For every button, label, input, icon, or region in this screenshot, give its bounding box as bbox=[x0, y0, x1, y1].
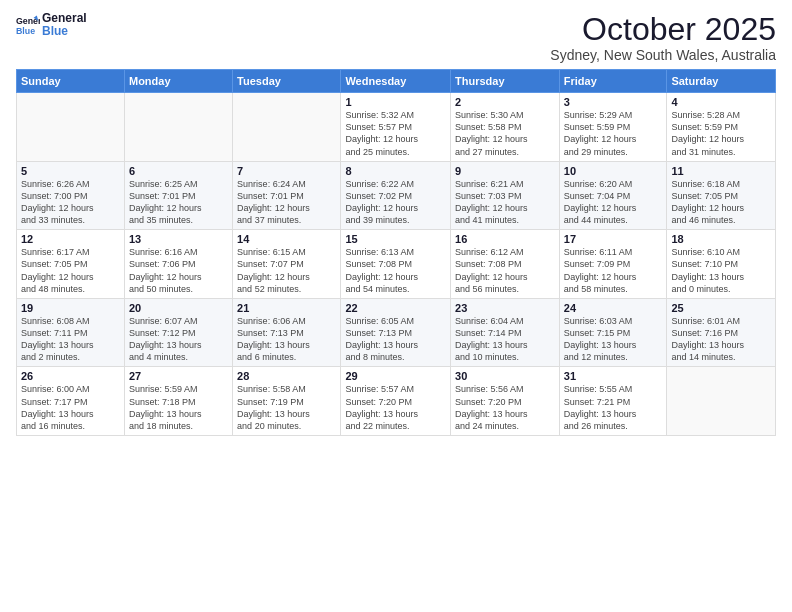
calendar-cell: 31Sunrise: 5:55 AM Sunset: 7:21 PM Dayli… bbox=[559, 367, 667, 436]
calendar-cell: 19Sunrise: 6:08 AM Sunset: 7:11 PM Dayli… bbox=[17, 298, 125, 367]
day-number: 29 bbox=[345, 370, 446, 382]
day-info: Sunrise: 6:08 AM Sunset: 7:11 PM Dayligh… bbox=[21, 315, 120, 364]
subtitle: Sydney, New South Wales, Australia bbox=[550, 47, 776, 63]
day-number: 7 bbox=[237, 165, 336, 177]
day-number: 12 bbox=[21, 233, 120, 245]
day-number: 21 bbox=[237, 302, 336, 314]
day-info: Sunrise: 5:59 AM Sunset: 7:18 PM Dayligh… bbox=[129, 383, 228, 432]
calendar-cell: 13Sunrise: 6:16 AM Sunset: 7:06 PM Dayli… bbox=[124, 230, 232, 299]
day-number: 4 bbox=[671, 96, 771, 108]
calendar-week-2: 5Sunrise: 6:26 AM Sunset: 7:00 PM Daylig… bbox=[17, 161, 776, 230]
calendar-cell: 8Sunrise: 6:22 AM Sunset: 7:02 PM Daylig… bbox=[341, 161, 451, 230]
calendar-header-wednesday: Wednesday bbox=[341, 70, 451, 93]
calendar-cell bbox=[667, 367, 776, 436]
calendar-cell: 3Sunrise: 5:29 AM Sunset: 5:59 PM Daylig… bbox=[559, 93, 667, 162]
day-number: 6 bbox=[129, 165, 228, 177]
calendar-header-row: SundayMondayTuesdayWednesdayThursdayFrid… bbox=[17, 70, 776, 93]
day-number: 27 bbox=[129, 370, 228, 382]
day-info: Sunrise: 6:26 AM Sunset: 7:00 PM Dayligh… bbox=[21, 178, 120, 227]
calendar-cell: 18Sunrise: 6:10 AM Sunset: 7:10 PM Dayli… bbox=[667, 230, 776, 299]
calendar-header-tuesday: Tuesday bbox=[233, 70, 341, 93]
calendar-header-friday: Friday bbox=[559, 70, 667, 93]
day-number: 1 bbox=[345, 96, 446, 108]
day-number: 20 bbox=[129, 302, 228, 314]
calendar-week-4: 19Sunrise: 6:08 AM Sunset: 7:11 PM Dayli… bbox=[17, 298, 776, 367]
calendar-cell bbox=[124, 93, 232, 162]
calendar-cell bbox=[17, 93, 125, 162]
day-number: 15 bbox=[345, 233, 446, 245]
day-info: Sunrise: 5:30 AM Sunset: 5:58 PM Dayligh… bbox=[455, 109, 555, 158]
logo-icon: General Blue bbox=[16, 13, 40, 37]
day-info: Sunrise: 6:25 AM Sunset: 7:01 PM Dayligh… bbox=[129, 178, 228, 227]
day-info: Sunrise: 6:13 AM Sunset: 7:08 PM Dayligh… bbox=[345, 246, 446, 295]
day-number: 26 bbox=[21, 370, 120, 382]
calendar-cell: 4Sunrise: 5:28 AM Sunset: 5:59 PM Daylig… bbox=[667, 93, 776, 162]
calendar-cell: 27Sunrise: 5:59 AM Sunset: 7:18 PM Dayli… bbox=[124, 367, 232, 436]
day-info: Sunrise: 6:00 AM Sunset: 7:17 PM Dayligh… bbox=[21, 383, 120, 432]
day-number: 14 bbox=[237, 233, 336, 245]
calendar-cell bbox=[233, 93, 341, 162]
calendar-cell: 11Sunrise: 6:18 AM Sunset: 7:05 PM Dayli… bbox=[667, 161, 776, 230]
day-number: 5 bbox=[21, 165, 120, 177]
day-info: Sunrise: 5:28 AM Sunset: 5:59 PM Dayligh… bbox=[671, 109, 771, 158]
day-info: Sunrise: 6:04 AM Sunset: 7:14 PM Dayligh… bbox=[455, 315, 555, 364]
day-number: 3 bbox=[564, 96, 663, 108]
day-info: Sunrise: 6:05 AM Sunset: 7:13 PM Dayligh… bbox=[345, 315, 446, 364]
calendar-cell: 28Sunrise: 5:58 AM Sunset: 7:19 PM Dayli… bbox=[233, 367, 341, 436]
calendar-cell: 16Sunrise: 6:12 AM Sunset: 7:08 PM Dayli… bbox=[451, 230, 560, 299]
day-info: Sunrise: 6:11 AM Sunset: 7:09 PM Dayligh… bbox=[564, 246, 663, 295]
day-info: Sunrise: 6:17 AM Sunset: 7:05 PM Dayligh… bbox=[21, 246, 120, 295]
day-number: 9 bbox=[455, 165, 555, 177]
day-info: Sunrise: 5:58 AM Sunset: 7:19 PM Dayligh… bbox=[237, 383, 336, 432]
day-number: 10 bbox=[564, 165, 663, 177]
day-info: Sunrise: 6:15 AM Sunset: 7:07 PM Dayligh… bbox=[237, 246, 336, 295]
day-info: Sunrise: 6:03 AM Sunset: 7:15 PM Dayligh… bbox=[564, 315, 663, 364]
calendar-cell: 15Sunrise: 6:13 AM Sunset: 7:08 PM Dayli… bbox=[341, 230, 451, 299]
day-info: Sunrise: 6:22 AM Sunset: 7:02 PM Dayligh… bbox=[345, 178, 446, 227]
day-number: 25 bbox=[671, 302, 771, 314]
day-number: 16 bbox=[455, 233, 555, 245]
day-number: 22 bbox=[345, 302, 446, 314]
day-number: 11 bbox=[671, 165, 771, 177]
day-number: 17 bbox=[564, 233, 663, 245]
calendar-week-1: 1Sunrise: 5:32 AM Sunset: 5:57 PM Daylig… bbox=[17, 93, 776, 162]
day-info: Sunrise: 6:20 AM Sunset: 7:04 PM Dayligh… bbox=[564, 178, 663, 227]
calendar-header-thursday: Thursday bbox=[451, 70, 560, 93]
calendar-cell: 25Sunrise: 6:01 AM Sunset: 7:16 PM Dayli… bbox=[667, 298, 776, 367]
calendar-cell: 1Sunrise: 5:32 AM Sunset: 5:57 PM Daylig… bbox=[341, 93, 451, 162]
header: General Blue General Blue October 2025 S… bbox=[16, 12, 776, 63]
day-info: Sunrise: 6:12 AM Sunset: 7:08 PM Dayligh… bbox=[455, 246, 555, 295]
calendar: SundayMondayTuesdayWednesdayThursdayFrid… bbox=[16, 69, 776, 436]
calendar-cell: 9Sunrise: 6:21 AM Sunset: 7:03 PM Daylig… bbox=[451, 161, 560, 230]
calendar-cell: 26Sunrise: 6:00 AM Sunset: 7:17 PM Dayli… bbox=[17, 367, 125, 436]
day-info: Sunrise: 6:18 AM Sunset: 7:05 PM Dayligh… bbox=[671, 178, 771, 227]
calendar-cell: 30Sunrise: 5:56 AM Sunset: 7:20 PM Dayli… bbox=[451, 367, 560, 436]
svg-text:Blue: Blue bbox=[16, 26, 35, 36]
calendar-cell: 20Sunrise: 6:07 AM Sunset: 7:12 PM Dayli… bbox=[124, 298, 232, 367]
day-info: Sunrise: 5:56 AM Sunset: 7:20 PM Dayligh… bbox=[455, 383, 555, 432]
day-info: Sunrise: 6:16 AM Sunset: 7:06 PM Dayligh… bbox=[129, 246, 228, 295]
logo: General Blue General Blue bbox=[16, 12, 87, 38]
day-info: Sunrise: 5:29 AM Sunset: 5:59 PM Dayligh… bbox=[564, 109, 663, 158]
calendar-cell: 10Sunrise: 6:20 AM Sunset: 7:04 PM Dayli… bbox=[559, 161, 667, 230]
day-number: 2 bbox=[455, 96, 555, 108]
day-info: Sunrise: 5:55 AM Sunset: 7:21 PM Dayligh… bbox=[564, 383, 663, 432]
calendar-week-5: 26Sunrise: 6:00 AM Sunset: 7:17 PM Dayli… bbox=[17, 367, 776, 436]
day-number: 31 bbox=[564, 370, 663, 382]
day-info: Sunrise: 6:01 AM Sunset: 7:16 PM Dayligh… bbox=[671, 315, 771, 364]
day-number: 28 bbox=[237, 370, 336, 382]
calendar-cell: 6Sunrise: 6:25 AM Sunset: 7:01 PM Daylig… bbox=[124, 161, 232, 230]
calendar-cell: 22Sunrise: 6:05 AM Sunset: 7:13 PM Dayli… bbox=[341, 298, 451, 367]
day-info: Sunrise: 5:57 AM Sunset: 7:20 PM Dayligh… bbox=[345, 383, 446, 432]
calendar-cell: 21Sunrise: 6:06 AM Sunset: 7:13 PM Dayli… bbox=[233, 298, 341, 367]
day-info: Sunrise: 6:24 AM Sunset: 7:01 PM Dayligh… bbox=[237, 178, 336, 227]
day-number: 23 bbox=[455, 302, 555, 314]
calendar-cell: 12Sunrise: 6:17 AM Sunset: 7:05 PM Dayli… bbox=[17, 230, 125, 299]
calendar-cell: 14Sunrise: 6:15 AM Sunset: 7:07 PM Dayli… bbox=[233, 230, 341, 299]
day-info: Sunrise: 6:21 AM Sunset: 7:03 PM Dayligh… bbox=[455, 178, 555, 227]
month-title: October 2025 bbox=[550, 12, 776, 47]
calendar-cell: 17Sunrise: 6:11 AM Sunset: 7:09 PM Dayli… bbox=[559, 230, 667, 299]
calendar-cell: 23Sunrise: 6:04 AM Sunset: 7:14 PM Dayli… bbox=[451, 298, 560, 367]
day-number: 13 bbox=[129, 233, 228, 245]
day-number: 24 bbox=[564, 302, 663, 314]
